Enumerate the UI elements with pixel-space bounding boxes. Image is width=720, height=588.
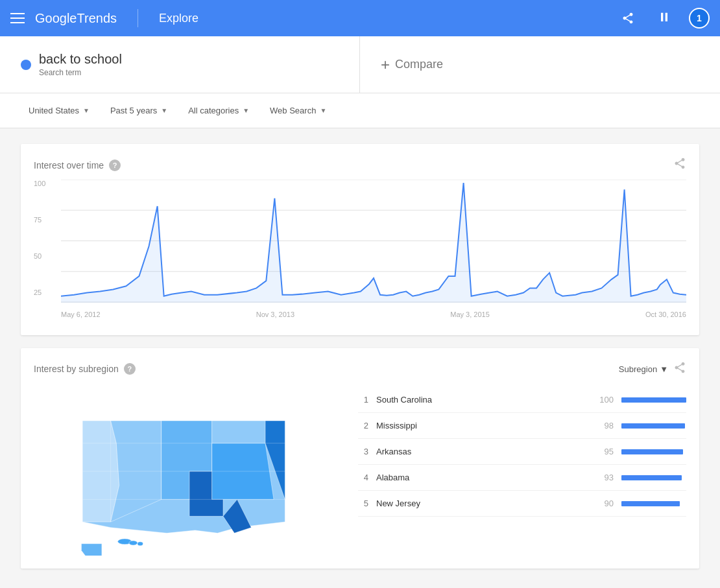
rank-number: 3	[358, 447, 368, 456]
category-arrow-icon: ▼	[243, 107, 249, 114]
logo-trends: Trends	[77, 11, 117, 26]
rank-bar-container	[621, 397, 686, 403]
rank-name: South Carolina	[376, 395, 586, 405]
region-filter[interactable]: United States ▼	[21, 100, 97, 121]
x-label-4: Oct 30, 2016	[645, 311, 686, 318]
search-type-label: Web Search	[270, 106, 316, 115]
rank-name: Alabama	[376, 473, 586, 482]
chart-svg	[61, 180, 686, 303]
rank-bar	[621, 449, 683, 454]
rank-name: Mississippi	[376, 421, 586, 430]
search-term-type: Search term	[39, 68, 122, 77]
subregion-help-icon[interactable]: ?	[124, 363, 136, 375]
rank-score: 93	[594, 473, 614, 482]
x-label-2: Nov 3, 2013	[256, 311, 294, 318]
interest-over-time-title: Interest over time	[34, 160, 104, 171]
subregion-dropdown-label: Subregion	[619, 364, 657, 374]
region-arrow-icon: ▼	[83, 107, 90, 114]
x-label-1: May 6, 2012	[61, 311, 101, 318]
x-label-3: May 3, 2015	[450, 311, 490, 318]
rank-score: 95	[594, 447, 614, 456]
search-term-value[interactable]: back to school	[39, 52, 122, 67]
list-item: 1 South Carolina 100	[358, 387, 686, 413]
time-filter[interactable]: Past 5 years ▼	[102, 100, 175, 121]
explore-label: Explore	[159, 12, 198, 25]
menu-button[interactable]	[10, 13, 25, 23]
region-label: United States	[29, 106, 79, 115]
y-label-75: 75	[34, 216, 45, 224]
rank-score: 90	[594, 499, 614, 508]
rank-score: 98	[594, 421, 614, 430]
subregion-dropdown[interactable]: Subregion ▼	[619, 364, 668, 374]
rank-number: 4	[358, 473, 368, 482]
search-term-section: back to school Search term	[0, 36, 360, 93]
interest-chart: 100 75 50 25	[34, 180, 686, 322]
time-label: Past 5 years	[110, 106, 157, 115]
y-label-25: 25	[34, 288, 45, 296]
chart-y-labels: 100 75 50 25	[34, 180, 45, 296]
interest-by-subregion-card: Interest by subregion ? Subregion ▼	[21, 348, 699, 569]
list-item: 2 Mississippi 98	[358, 413, 686, 439]
category-label: All categories	[188, 106, 239, 115]
svg-point-8	[138, 542, 143, 546]
compare-plus-icon: +	[381, 56, 390, 74]
svg-point-7	[129, 541, 138, 545]
rank-bar	[621, 475, 682, 480]
time-arrow-icon: ▼	[161, 107, 167, 114]
interest-over-time-card: Interest over time ? 100 75 50 25	[21, 144, 699, 335]
rank-name: Arkansas	[376, 447, 586, 456]
account-button[interactable]: 1	[689, 8, 710, 29]
rank-name: New Jersey	[376, 499, 586, 508]
us-map-svg	[34, 387, 345, 556]
app-header: Google Trends Explore 1	[0, 0, 720, 36]
rank-bar-container	[621, 501, 686, 506]
rank-bar-container	[621, 449, 686, 454]
search-bar: back to school Search term + Compare	[0, 36, 720, 93]
y-label-100: 100	[34, 180, 45, 187]
search-type-arrow-icon: ▼	[320, 107, 326, 114]
term-indicator	[21, 60, 31, 70]
rank-bar	[621, 397, 686, 403]
category-filter[interactable]: All categories ▼	[180, 100, 257, 121]
logo: Google Trends	[35, 11, 117, 26]
list-item: 3 Arkansas 95	[358, 439, 686, 465]
header-divider	[138, 9, 138, 27]
interest-by-subregion-title: Interest by subregion	[34, 364, 119, 374]
list-item: 4 Alabama 93	[358, 465, 686, 491]
subregion-share-icon[interactable]	[673, 361, 686, 377]
rank-score: 100	[594, 395, 614, 405]
compare-label: Compare	[395, 58, 443, 71]
chart-x-labels: May 6, 2012 Nov 3, 2013 May 3, 2015 Oct …	[61, 307, 686, 322]
rank-number: 1	[358, 395, 368, 405]
y-label-50: 50	[34, 252, 45, 260]
help-icon[interactable]: ?	[109, 159, 121, 171]
main-content: Interest over time ? 100 75 50 25	[0, 128, 720, 584]
us-map-container	[34, 387, 345, 556]
rank-bar	[621, 423, 685, 429]
rank-number: 5	[358, 499, 368, 508]
subregion-content: 1 South Carolina 100 2 Mississippi 98	[34, 387, 686, 556]
svg-marker-5	[61, 183, 686, 303]
search-type-filter[interactable]: Web Search ▼	[262, 100, 334, 121]
share-button[interactable]	[616, 6, 640, 30]
apps-button[interactable]	[653, 6, 676, 30]
filters-bar: United States ▼ Past 5 years ▼ All categ…	[0, 93, 720, 128]
compare-section[interactable]: + Compare	[360, 36, 720, 93]
chart-svg-area	[61, 180, 686, 303]
list-item: 5 New Jersey 90	[358, 491, 686, 517]
subregion-dropdown-arrow: ▼	[660, 364, 668, 374]
rank-bar-container	[621, 423, 686, 429]
rank-number: 2	[358, 421, 368, 430]
logo-google: Google	[35, 11, 77, 26]
rank-bar	[621, 501, 680, 506]
rankings-container: 1 South Carolina 100 2 Mississippi 98	[358, 387, 686, 556]
rank-bar-container	[621, 475, 686, 480]
chart-share-icon[interactable]	[673, 157, 686, 173]
